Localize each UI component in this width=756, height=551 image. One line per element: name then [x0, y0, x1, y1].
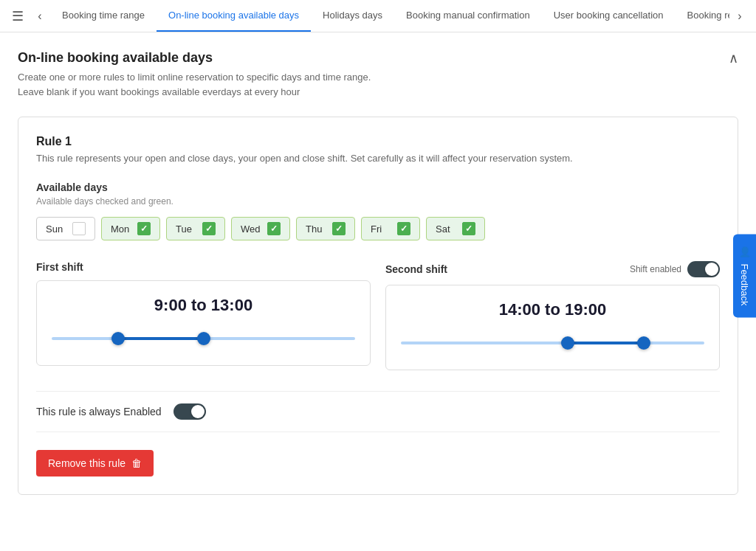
page-title: On-line booking available days: [18, 50, 371, 66]
rule-title: Rule 1: [36, 135, 720, 148]
always-enabled-row: This rule is always Enabled: [36, 391, 720, 432]
day-item-mon[interactable]: Mon: [101, 217, 160, 240]
always-enabled-toggle-track: [173, 403, 206, 420]
day-item-wed[interactable]: Wed: [231, 217, 290, 240]
days-row: SunMonTueWedThuFriSat: [36, 217, 720, 240]
nav-tab-user-booking-cancellation[interactable]: User booking cancellation: [542, 0, 676, 32]
shifts-row: First shift 9:00 to 13:00 Sec: [36, 261, 720, 370]
day-item-sat[interactable]: Sat: [426, 217, 485, 240]
second-shift-title: Second shift: [385, 263, 447, 275]
first-shift-thumb-end[interactable]: [197, 332, 210, 345]
day-checkbox-wed[interactable]: [267, 222, 281, 235]
feedback-tab[interactable]: 👤 Feedback: [733, 234, 756, 317]
day-checkbox-fri[interactable]: [397, 222, 410, 235]
first-shift-title: First shift: [36, 261, 83, 273]
nav-tab-holidays-days[interactable]: Holidays days: [311, 0, 394, 32]
first-shift-track: [52, 337, 355, 340]
day-label-sun: Sun: [46, 223, 66, 235]
page-header-text: On-line booking available days Create on…: [18, 50, 371, 99]
first-shift-slider[interactable]: [52, 330, 355, 347]
day-item-sun[interactable]: Sun: [36, 217, 95, 240]
nav-arrow-right[interactable]: ›: [729, 6, 750, 27]
hamburger-menu[interactable]: ☰: [6, 4, 30, 28]
second-shift-header: Second shift Shift enabled: [385, 261, 720, 277]
day-label-wed: Wed: [241, 223, 261, 235]
second-shift-slider[interactable]: [401, 334, 704, 352]
second-shift-toggle-track: [687, 261, 720, 277]
nav-tab-booking-time-range[interactable]: Booking time range: [50, 0, 157, 32]
day-item-tue[interactable]: Tue: [166, 217, 225, 240]
available-days-title: Available days: [36, 181, 720, 193]
second-shift-track: [401, 342, 704, 344]
day-checkbox-mon[interactable]: [137, 222, 151, 235]
rule-description: This rule represents your open and close…: [36, 153, 720, 164]
always-enabled-toggle[interactable]: [173, 403, 206, 420]
page-subtitle-1: Create one or more rules to limit online…: [18, 70, 371, 85]
rule-card: Rule 1 This rule represents your open an…: [18, 117, 738, 495]
second-shift-thumb-end[interactable]: [637, 336, 650, 350]
day-label-fri: Fri: [371, 223, 391, 235]
nav-tab-online-booking-days[interactable]: On-line booking available days: [157, 0, 311, 32]
day-label-mon: Mon: [111, 223, 131, 235]
day-label-tue: Tue: [176, 223, 196, 235]
main-content: On-line booking available days Create on…: [0, 32, 756, 551]
first-shift-panel: 9:00 to 13:00: [36, 280, 371, 366]
always-enabled-label: This rule is always Enabled: [36, 406, 162, 417]
day-checkbox-sat[interactable]: [462, 222, 475, 235]
second-shift-fill: [568, 342, 644, 344]
remove-rule-label: Remove this rule: [48, 457, 126, 469]
second-shift-time: 14:00 to 19:00: [401, 300, 704, 319]
second-shift-toggle[interactable]: [687, 261, 720, 277]
feedback-label: Feedback: [739, 263, 750, 305]
second-shift-panel: 14:00 to 19:00: [385, 285, 720, 370]
feedback-icon: 👤: [739, 246, 750, 257]
first-shift-thumb-start[interactable]: [111, 332, 125, 345]
day-checkbox-thu[interactable]: [332, 222, 346, 235]
shift-enabled-label: Shift enabled: [630, 264, 681, 274]
nav-arrow-left[interactable]: ‹: [30, 6, 50, 27]
day-label-thu: Thu: [306, 223, 326, 235]
collapse-button[interactable]: ∧: [729, 50, 738, 66]
nav-tabs: Booking time rangeOn-line booking availa…: [50, 0, 729, 32]
available-days-subtitle: Available days checked and green.: [36, 196, 720, 207]
top-navigation: ☰ ‹ Booking time rangeOn-line booking av…: [0, 0, 756, 32]
remove-rule-button[interactable]: Remove this rule 🗑: [36, 450, 154, 477]
second-shift-block: Second shift Shift enabled 14:00 to 19:0…: [385, 261, 720, 370]
second-shift-thumb-start[interactable]: [561, 336, 574, 350]
trash-icon: 🗑: [131, 457, 142, 469]
always-enabled-toggle-thumb: [191, 405, 205, 418]
day-checkbox-tue[interactable]: [202, 222, 216, 235]
first-shift-time: 9:00 to 13:00: [52, 296, 355, 315]
nav-tab-booking-manual-confirmation[interactable]: Booking manual confirmation: [394, 0, 542, 32]
day-item-fri[interactable]: Fri: [361, 217, 420, 240]
second-shift-enabled-row: Shift enabled: [630, 261, 720, 277]
day-checkbox-sun[interactable]: [72, 222, 86, 235]
day-item-thu[interactable]: Thu: [296, 217, 355, 240]
first-shift-block: First shift 9:00 to 13:00: [36, 261, 371, 370]
page-header: On-line booking available days Create on…: [18, 50, 738, 99]
nav-tab-booking-rescheduling[interactable]: Booking rescheduling: [676, 0, 729, 32]
first-shift-fill: [118, 337, 203, 340]
day-label-sat: Sat: [436, 223, 456, 235]
second-shift-toggle-thumb: [705, 263, 718, 276]
first-shift-header: First shift: [36, 261, 371, 273]
page-subtitle-2: Leave blank if you want bookings availab…: [18, 85, 371, 100]
